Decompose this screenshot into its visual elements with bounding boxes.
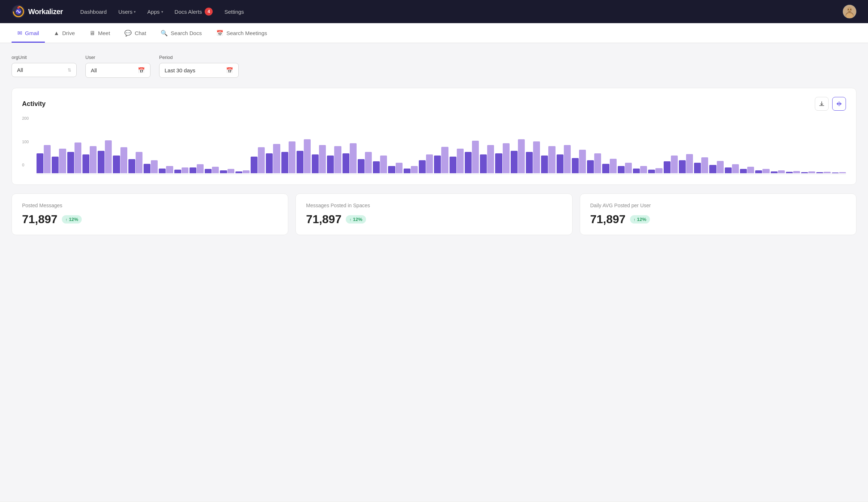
bar-dark-12 [220,170,227,173]
bar-dark-16 [281,152,288,173]
logo-icon [12,5,25,18]
nav-docs-alerts[interactable]: Docs Alerts 4 [175,8,213,16]
bar-group-50 [801,171,815,173]
bar-group-48 [771,170,785,173]
bar-dark-44 [709,165,716,173]
period-select[interactable]: Last 30 days 📅 [159,63,239,78]
bar-group-40 [648,168,662,173]
nav-apps[interactable]: Apps ▾ [147,7,163,16]
stat-badge-2: ↑ 12% [630,215,650,224]
bar-group-18 [312,145,326,173]
bar-group-36 [587,153,601,173]
user-avatar[interactable] [843,5,856,18]
bar-dark-40 [648,170,655,173]
tab-drive[interactable]: ▲ Drive [48,24,81,43]
bar-light-45 [732,164,739,173]
bar-dark-14 [251,157,258,173]
bar-group-12 [220,169,234,173]
bar-dark-47 [755,170,762,173]
bar-light-33 [548,146,555,173]
bar-dark-45 [725,167,732,173]
tab-meet[interactable]: 🖥 Meet [84,24,116,43]
bar-light-50 [808,171,815,173]
bar-group-23 [388,163,402,173]
bar-dark-11 [205,169,212,173]
bar-group-39 [633,166,647,173]
bar-dark-32 [526,152,533,173]
bar-light-21 [365,152,372,173]
chart-bars-container [37,116,846,174]
bar-light-44 [717,161,724,173]
bar-group-24 [404,166,418,173]
bar-dark-2 [67,152,74,173]
bar-light-51 [824,172,830,173]
bar-dark-26 [434,156,441,173]
bar-dark-24 [404,169,410,173]
filter-period: Period Last 30 days 📅 [159,55,239,78]
bar-light-0 [44,145,51,173]
bar-group-16 [281,141,295,173]
expand-btn[interactable] [832,97,846,111]
bar-dark-37 [602,164,609,173]
stat-card-posted-messages: Posted Messages 71,897 ↑ 12% [12,193,288,235]
bar-dark-51 [816,172,823,173]
nav-dashboard[interactable]: Dashboard [80,7,107,16]
bar-dark-49 [786,172,793,173]
bar-group-44 [709,161,723,173]
bar-group-37 [602,159,616,173]
nav-settings[interactable]: Settings [224,7,244,16]
bar-dark-29 [480,154,487,173]
svg-point-9 [848,9,849,10]
bar-dark-1 [52,157,59,173]
period-label: Period [159,55,239,60]
bar-group-29 [480,145,494,173]
stat-badge-1: ↑ 12% [346,215,366,224]
bar-dark-0 [37,153,43,173]
bar-dark-23 [388,166,395,173]
bar-group-7 [144,160,158,173]
nav-users[interactable]: Users ▾ [118,7,136,16]
tab-search-meetings[interactable]: 📅 Search Meetings [210,23,273,43]
bar-light-13 [243,170,250,173]
tab-search-docs[interactable]: 🔍 Search Docs [155,23,208,43]
apps-chevron-icon: ▾ [161,10,163,14]
main-content: orgUnit All ⇅ User All 📅 Period Last 30 … [0,43,868,501]
bar-light-28 [472,141,479,173]
bar-dark-22 [373,161,380,173]
bar-group-38 [618,163,632,173]
bar-group-47 [755,169,769,173]
up-arrow-icon-1: ↑ [349,217,352,222]
bar-group-49 [786,171,800,173]
bar-group-32 [526,141,540,173]
user-select[interactable]: All 📅 [85,63,150,78]
users-chevron-icon: ▾ [134,10,136,14]
logo[interactable]: Workalizer [12,5,63,18]
bar-dark-50 [801,172,808,173]
bar-group-42 [679,154,693,173]
stat-badge-0: ↑ 12% [62,215,82,224]
alerts-badge: 4 [205,8,213,16]
bar-light-10 [197,164,204,173]
tab-chat[interactable]: 💬 Chat [119,23,152,43]
org-unit-value: All [17,67,65,73]
bar-group-17 [297,139,311,173]
period-value: Last 30 days [165,67,223,73]
svg-point-3 [17,7,20,9]
bar-group-41 [664,156,678,173]
download-btn[interactable] [815,97,829,111]
bar-dark-5 [113,156,120,173]
bar-group-19 [327,146,341,173]
bar-dark-10 [190,167,196,173]
bar-group-46 [740,167,754,173]
tabs-bar: ✉ Gmail ▲ Drive 🖥 Meet 💬 Chat 🔍 Search D… [0,23,868,43]
bar-light-18 [319,145,326,173]
bar-light-42 [686,154,693,173]
y-label-100: 100 [22,140,29,144]
bar-light-52 [839,172,846,173]
org-unit-select[interactable]: All ⇅ [12,63,77,77]
bar-group-25 [419,154,433,173]
user-value: All [91,67,135,73]
bar-group-9 [174,167,188,173]
tab-gmail[interactable]: ✉ Gmail [12,23,45,43]
bar-group-35 [572,150,586,173]
